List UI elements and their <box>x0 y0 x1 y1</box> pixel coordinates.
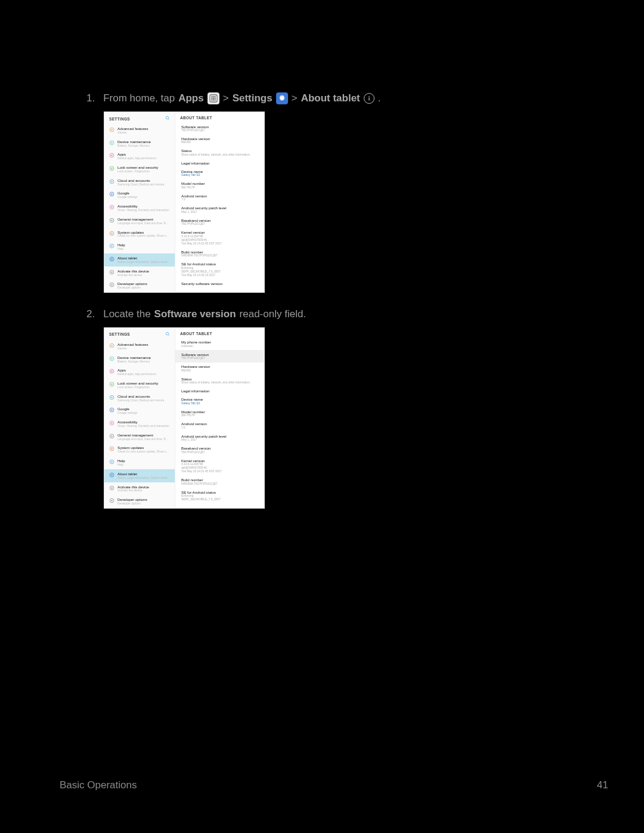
svg-point-3 <box>214 96 215 97</box>
screenshot-1: SETTINGS Advanced featuresGamesDevice ma… <box>104 112 265 293</box>
about-item[interactable]: Software versionT817PVPU2CQE7 <box>175 122 264 134</box>
settings-item-title: Apps <box>117 152 170 156</box>
settings-item[interactable]: Developer optionsDeveloper options <box>104 279 175 292</box>
settings-item[interactable]: Cloud and accountsSamsung Cloud, Backup … <box>104 392 175 405</box>
settings-item-title: Apps <box>117 368 170 372</box>
about-item[interactable]: Android security patch levelMay 1, 2017 <box>175 204 264 216</box>
about-item[interactable]: Android version7.0 <box>175 420 264 432</box>
about-item-title: Legal information <box>181 389 258 393</box>
settings-item-title: General management <box>117 217 170 221</box>
about-item-sub: Galaxy Tab S2 <box>181 402 258 405</box>
about-item[interactable]: Build numberNRD90M.T817PVPU2CQE7 <box>175 476 264 488</box>
about-item[interactable]: SE for Android statusEnforcingSEPF_SECMO… <box>175 488 264 503</box>
settings-item[interactable]: General managementLanguage and input, Da… <box>104 431 175 444</box>
settings-item-icon <box>109 459 114 465</box>
svg-point-50 <box>111 383 112 385</box>
about-item[interactable]: StatusShow status of battery, network, a… <box>175 147 264 159</box>
settings-item[interactable]: AppsDefault apps, App permissions <box>104 150 175 163</box>
svg-point-13 <box>166 116 169 119</box>
about-item-title: Model number <box>181 410 258 414</box>
settings-item[interactable]: Device maintenanceBattery, Storage, Memo… <box>104 353 175 366</box>
settings-item-title: Developer options <box>117 497 170 501</box>
about-item-sub: 3.10.9-11334748dpi@SWHD7509 #1Tue May 23… <box>181 235 258 246</box>
settings-item[interactable]: Advanced featuresGames <box>104 340 175 353</box>
about-list-1: Software versionT817PVPU2CQE7Hardware ve… <box>175 122 264 287</box>
settings-item[interactable]: System updatesCheck for new system updat… <box>104 443 175 456</box>
about-item[interactable]: Device nameGalaxy Tab S2 <box>175 167 264 179</box>
gt: > <box>223 92 229 104</box>
about-item[interactable]: Kernel version3.10.9-11334748dpi@SWHD750… <box>175 456 264 475</box>
settings-item-icon <box>109 356 114 361</box>
about-item[interactable]: My phone numberUnknown <box>175 338 264 350</box>
about-item[interactable]: Baseband versionT817PVPU2CQE7 <box>175 444 264 456</box>
svg-point-60 <box>111 448 112 450</box>
settings-header: SETTINGS <box>104 112 175 124</box>
about-item-title: Software version <box>181 125 258 129</box>
about-item[interactable]: Hardware versionREV0D <box>175 363 264 374</box>
about-item[interactable]: Kernel version3.10.9-11334748dpi@SWHD750… <box>175 228 264 247</box>
about-item[interactable]: Device nameGalaxy Tab S2 <box>175 395 264 407</box>
step-2: 2. Locate the Software version read-only… <box>86 308 614 320</box>
about-item[interactable]: Model numberSM-T817P <box>175 179 264 191</box>
svg-point-44 <box>111 345 112 346</box>
settings-item[interactable]: System updatesCheck for new system updat… <box>104 228 175 241</box>
about-item[interactable]: Android security patch levelMay 1, 2017 <box>175 432 264 444</box>
settings-item[interactable]: General managementLanguage and input, Da… <box>104 215 175 228</box>
settings-item[interactable]: Activate this deviceActivate this device <box>104 267 175 280</box>
settings-item[interactable]: Advanced featuresGames <box>104 124 175 137</box>
settings-left-pane: SETTINGS Advanced featuresGamesDevice ma… <box>104 112 175 292</box>
search-icon[interactable] <box>165 332 170 337</box>
about-item[interactable]: Build numberNRD90M.T817PVPU2CQE7 <box>175 247 264 259</box>
settings-item[interactable]: GoogleGoogle settings <box>104 188 175 202</box>
settings-item[interactable]: Activate this deviceActivate this device <box>104 482 175 496</box>
about-item[interactable]: Security software version <box>175 279 264 287</box>
page-footer: Basic Operations 41 <box>54 779 614 791</box>
about-item-title: Kernel version <box>181 459 258 463</box>
screenshot-2: SETTINGS Advanced featuresGamesDevice ma… <box>104 327 265 509</box>
settings-item-icon <box>109 498 114 503</box>
settings-item[interactable]: Lock screen and securityLock screen, Fin… <box>104 379 175 392</box>
settings-item[interactable]: GoogleGoogle settings <box>104 404 175 417</box>
about-item[interactable]: Software versionT817PVPU2CQE7 <box>175 350 264 362</box>
settings-item-sub: Samsung Cloud, Backup and restore <box>117 399 170 402</box>
about-item[interactable]: Android version7.0 <box>175 191 264 203</box>
about-item[interactable]: Legal information <box>175 159 264 167</box>
settings-item[interactable]: About tabletStatus, Legal information, D… <box>104 469 175 482</box>
settings-item-icon <box>109 270 114 275</box>
svg-point-64 <box>111 474 112 475</box>
settings-item-title: About tablet <box>117 256 170 260</box>
about-item[interactable]: Model numberSM-T817P <box>175 407 264 419</box>
settings-item[interactable]: HelpHelp <box>104 456 175 469</box>
settings-item-sub: Developer options <box>117 286 170 290</box>
settings-item[interactable]: Developer optionsDeveloper options <box>104 495 175 508</box>
settings-item[interactable]: Cloud and accountsSamsung Cloud, Backup … <box>104 176 175 189</box>
settings-item[interactable]: AccessibilityVision, Hearing, Dexterity … <box>104 417 175 431</box>
about-item-title: Security software version <box>181 281 258 286</box>
about-item-sub: Unknown <box>181 345 258 348</box>
about-item[interactable]: Hardware versionREV0D <box>175 134 264 146</box>
search-icon[interactable] <box>165 116 170 122</box>
settings-item[interactable]: HelpHelp <box>104 240 175 253</box>
svg-point-8 <box>213 100 214 101</box>
svg-point-66 <box>111 487 112 488</box>
about-item-sub: Show status of battery, network, and oth… <box>181 153 258 157</box>
svg-point-24 <box>111 181 112 182</box>
settings-item-title: Advanced features <box>117 342 170 346</box>
settings-item-title: Developer options <box>117 281 170 286</box>
settings-item[interactable]: Lock screen and securityLock screen, Fin… <box>104 163 175 176</box>
about-item[interactable]: Baseband versionT817PVPU2CQE7 <box>175 216 264 228</box>
settings-item-sub: Google settings <box>117 196 170 199</box>
about-item[interactable]: SE for Android statusEnforcingSEPF_SECMO… <box>175 260 264 279</box>
about-item[interactable]: Legal information <box>175 387 264 395</box>
settings-item[interactable]: AccessibilityVision, Hearing, Dexterity … <box>104 202 175 215</box>
settings-item-icon <box>109 382 114 387</box>
settings-item[interactable]: Device maintenanceBattery, Storage, Memo… <box>104 137 175 150</box>
about-item-title: Hardware version <box>181 137 258 141</box>
svg-point-68 <box>111 500 112 501</box>
svg-point-40 <box>111 284 112 286</box>
svg-line-42 <box>169 335 170 336</box>
settings-item-icon <box>109 433 114 439</box>
settings-item[interactable]: AppsDefault apps, App permissions <box>104 366 175 379</box>
settings-item[interactable]: About tabletStatus, Legal information, D… <box>104 253 175 267</box>
about-item[interactable]: StatusShow status of battery, network, a… <box>175 374 264 386</box>
